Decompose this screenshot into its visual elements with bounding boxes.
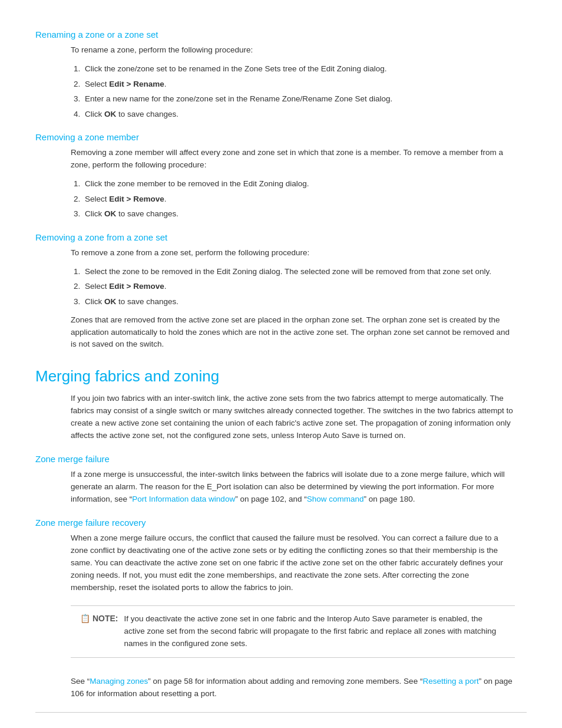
- ok-bold-1: OK: [104, 110, 116, 118]
- renaming-step-3: Enter a new name for the zone/zone set i…: [82, 93, 515, 106]
- ok-bold-2: OK: [104, 209, 116, 218]
- edit-remove-bold-2: Edit > Remove: [109, 282, 164, 291]
- removing-member-intro: Removing a zone member will affect every…: [71, 147, 515, 172]
- footer-rule: [35, 712, 527, 713]
- renaming-step-1: Click the zone/zone set to be renamed in…: [82, 62, 515, 75]
- removing-zone-step-1: Select the zone to be removed in the Edi…: [82, 265, 515, 278]
- removing-zone-step-2: Select Edit > Remove.: [82, 280, 515, 293]
- resetting-port-link[interactable]: Resetting a port: [422, 677, 478, 686]
- note-box: 📋 NOTE: If you deactivate the active zon…: [71, 605, 515, 658]
- renaming-intro: To rename a zone, perform the following …: [71, 44, 515, 57]
- heading-zone-merge-failure: Zone merge failure: [35, 454, 527, 464]
- removing-zone-steps-list: Select the zone to be removed in the Edi…: [82, 265, 515, 308]
- note-text: If you deactivate the active zone set in…: [124, 613, 505, 650]
- page-container: Renaming a zone or a zone set To rename …: [0, 0, 562, 728]
- removing-zone-outro: Zones that are removed from the active z…: [71, 314, 515, 351]
- edit-remove-bold-1: Edit > Remove: [109, 195, 164, 203]
- heading-removing-zone-set: Removing a zone from a zone set: [35, 232, 527, 242]
- merging-fabrics-intro: If you join two fabrics with an inter-sw…: [71, 393, 515, 442]
- removing-member-step-3: Click OK to save changes.: [82, 207, 515, 220]
- note-label: NOTE:: [92, 614, 118, 623]
- removing-member-step-1: Click the zone member to be removed in t…: [82, 177, 515, 190]
- renaming-step-4: Click OK to save changes.: [82, 108, 515, 121]
- removing-zone-step-3: Click OK to save changes.: [82, 295, 515, 308]
- heading-renaming-zone: Renaming a zone or a zone set: [35, 29, 527, 39]
- zone-merge-recovery-body: When a zone merge failure occurs, the co…: [71, 532, 515, 594]
- renaming-steps-list: Click the zone/zone set to be renamed in…: [82, 62, 515, 120]
- heading-merging-fabrics: Merging fabrics and zoning: [35, 367, 527, 386]
- ok-bold-3: OK: [104, 297, 116, 306]
- renaming-step-2: Select Edit > Rename.: [82, 78, 515, 91]
- removing-zone-intro: To remove a zone from a zone set, perfor…: [71, 247, 515, 259]
- zone-merge-failure-body: If a zone merge is unsuccessful, the int…: [71, 469, 515, 506]
- heading-removing-zone-member: Removing a zone member: [35, 132, 527, 142]
- footer-para: See “Managing zones” on page 58 for info…: [71, 670, 515, 700]
- heading-zone-merge-failure-recovery: Zone merge failure recovery: [35, 518, 527, 528]
- note-icon: 📋 NOTE:: [80, 614, 118, 623]
- removing-member-steps-list: Click the zone member to be removed in t…: [82, 177, 515, 220]
- edit-rename-bold: Edit > Rename: [109, 80, 164, 88]
- show-command-link[interactable]: Show command: [307, 495, 364, 503]
- managing-zones-link[interactable]: Managing zones: [90, 677, 148, 686]
- removing-member-step-2: Select Edit > Remove.: [82, 193, 515, 206]
- port-info-link[interactable]: Port Information data window: [132, 495, 235, 503]
